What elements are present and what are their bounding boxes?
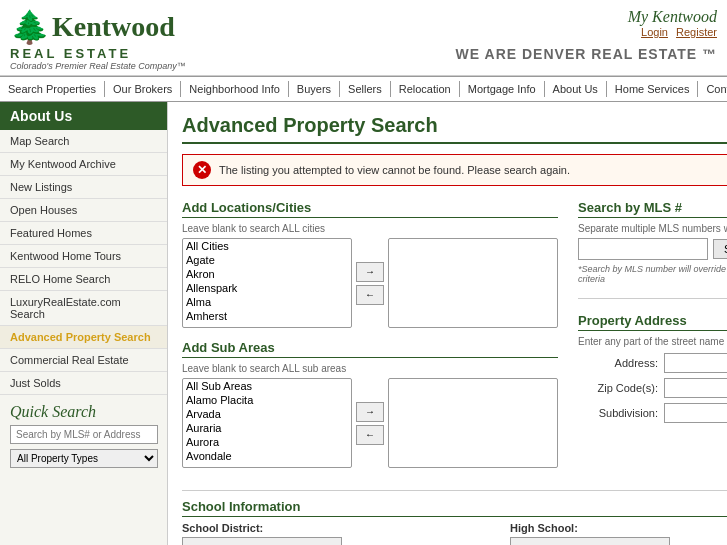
nav-buyers[interactable]: Buyers	[289, 81, 340, 97]
cities-listbox[interactable]: All Cities Agate Akron Allenspark Alma A…	[182, 238, 352, 328]
subdivision-label: Subdivision:	[578, 407, 658, 419]
nav-sellers[interactable]: Sellers	[340, 81, 391, 97]
header-links: Login Register	[456, 26, 717, 38]
sidebar-item-map-search[interactable]: Map Search	[0, 130, 167, 153]
mls-search-button[interactable]: Search	[713, 239, 727, 259]
school-row: School District: All Districts High Scho…	[182, 522, 727, 545]
header: 🌲 Kentwood REAL ESTATE Colorado's Premie…	[0, 0, 727, 76]
mls-title: Search by MLS #	[578, 200, 727, 218]
school-district-col: School District: All Districts	[182, 522, 490, 545]
sidebar-item-luxury-real-estate[interactable]: LuxuryRealEstate.com Search	[0, 291, 167, 326]
subdivision-input[interactable]	[664, 403, 727, 423]
sidebar-title: About Us	[0, 102, 167, 130]
subareas-listbox[interactable]: All Sub Areas Alamo Placita Arvada Aurar…	[182, 378, 352, 468]
nav-home-services[interactable]: Home Services	[607, 81, 699, 97]
my-kentwood-label: My Kentwood	[456, 8, 717, 26]
sidebar-item-commercial-real-estate[interactable]: Commercial Real Estate	[0, 349, 167, 372]
subarea-arrow-buttons: → ←	[356, 402, 384, 445]
nav-relocation[interactable]: Relocation	[391, 81, 460, 97]
real-estate-label: REAL ESTATE	[10, 46, 186, 61]
nav-about-us[interactable]: About Us	[545, 81, 607, 97]
address-label: Address:	[578, 357, 658, 369]
mls-input[interactable]	[578, 238, 708, 260]
selected-subareas-listbox[interactable]	[388, 378, 558, 468]
sidebar-item-featured-homes[interactable]: Featured Homes	[0, 222, 167, 245]
subareas-listbox-area: All Sub Areas Alamo Placita Arvada Aurar…	[182, 378, 558, 468]
error-message: The listing you attempted to view cannot…	[219, 164, 570, 176]
locations-title: Add Locations/Cities	[182, 200, 558, 218]
school-title: School Information	[182, 499, 727, 517]
locations-subtitle: Leave blank to search ALL cities	[182, 223, 558, 234]
error-box: ✕ The listing you attempted to view cann…	[182, 154, 727, 186]
nav-contact-us[interactable]: Contact Us	[698, 81, 727, 97]
subareas-subtitle: Leave blank to search ALL sub areas	[182, 363, 558, 374]
login-link[interactable]: Login	[641, 26, 668, 38]
subarea-remove-button[interactable]: ←	[356, 425, 384, 445]
sidebar-item-kentwood-home-tours[interactable]: Kentwood Home Tours	[0, 245, 167, 268]
address-row: Address:	[578, 353, 727, 373]
logo-text: Kentwood	[52, 11, 175, 43]
subdivision-row: Subdivision:	[578, 403, 727, 423]
high-school-col: High School: All High Schools	[510, 522, 727, 545]
logo: 🌲 Kentwood	[10, 8, 186, 46]
mls-subtitle: Separate multiple MLS numbers with comma…	[578, 223, 727, 234]
sidebar-item-just-solds[interactable]: Just Solds	[0, 372, 167, 395]
quick-search-title: Quick Search	[0, 395, 167, 425]
selected-cities-listbox[interactable]	[388, 238, 558, 328]
logo-area: 🌲 Kentwood REAL ESTATE Colorado's Premie…	[10, 8, 186, 71]
divider-1	[578, 298, 727, 299]
register-link[interactable]: Register	[676, 26, 717, 38]
main-content: Advanced Property Search ✕ The listing y…	[168, 102, 727, 545]
header-right: My Kentwood Login Register WE ARE DENVER…	[456, 8, 717, 62]
address-input[interactable]	[664, 353, 727, 373]
city-add-button[interactable]: →	[356, 262, 384, 282]
subarea-add-button[interactable]: →	[356, 402, 384, 422]
city-remove-button[interactable]: ←	[356, 285, 384, 305]
tagline: Colorado's Premier Real Estate Company™	[10, 61, 186, 71]
nav-mortgage-info[interactable]: Mortgage Info	[460, 81, 545, 97]
main-layout: About Us Map Search My Kentwood Archive …	[0, 102, 727, 545]
quick-search-input[interactable]	[10, 425, 158, 444]
nav-bar: Search Properties Our Brokers Neighborho…	[0, 76, 727, 102]
sidebar-item-open-houses[interactable]: Open Houses	[0, 199, 167, 222]
mls-note: *Search by MLS number will override all …	[578, 264, 727, 284]
school-district-select[interactable]: All Districts	[182, 537, 342, 545]
search-left: Add Locations/Cities Leave blank to sear…	[182, 200, 558, 480]
nav-search-properties[interactable]: Search Properties	[8, 81, 105, 97]
mls-row: Search	[578, 238, 727, 260]
address-note: Enter any part of the street name or num…	[578, 336, 727, 347]
page-title: Advanced Property Search	[182, 114, 727, 144]
zip-input[interactable]	[664, 378, 727, 398]
mls-section: Search by MLS # Separate multiple MLS nu…	[578, 200, 727, 284]
sidebar: About Us Map Search My Kentwood Archive …	[0, 102, 168, 545]
sidebar-item-my-kentwood-archive[interactable]: My Kentwood Archive	[0, 153, 167, 176]
error-icon: ✕	[193, 161, 211, 179]
address-title: Property Address	[578, 313, 727, 331]
subareas-title: Add Sub Areas	[182, 340, 558, 358]
sidebar-item-advanced-property-search[interactable]: Advanced Property Search	[0, 326, 167, 349]
high-school-select[interactable]: All High Schools	[510, 537, 670, 545]
sidebar-item-new-listings[interactable]: New Listings	[0, 176, 167, 199]
high-school-label: High School:	[510, 522, 727, 534]
sidebar-item-relo-home-search[interactable]: RELO Home Search	[0, 268, 167, 291]
school-district-label: School District:	[182, 522, 490, 534]
search-right: Search by MLS # Separate multiple MLS nu…	[578, 200, 727, 480]
zip-label: Zip Code(s):	[578, 382, 658, 394]
city-arrow-buttons: → ←	[356, 262, 384, 305]
denver-tagline: WE ARE DENVER REAL ESTATE ™	[456, 46, 717, 62]
logo-tree-icon: 🌲	[10, 8, 50, 46]
nav-neighborhood-info[interactable]: Neighborhood Info	[181, 81, 289, 97]
locations-listbox-area: All Cities Agate Akron Allenspark Alma A…	[182, 238, 558, 328]
nav-our-brokers[interactable]: Our Brokers	[105, 81, 181, 97]
zip-row: Zip Code(s):	[578, 378, 727, 398]
school-section: School Information School District: All …	[182, 490, 727, 545]
search-columns: Add Locations/Cities Leave blank to sear…	[182, 200, 727, 480]
address-section: Property Address Enter any part of the s…	[578, 313, 727, 448]
property-type-select[interactable]: All Property Types	[10, 449, 158, 468]
